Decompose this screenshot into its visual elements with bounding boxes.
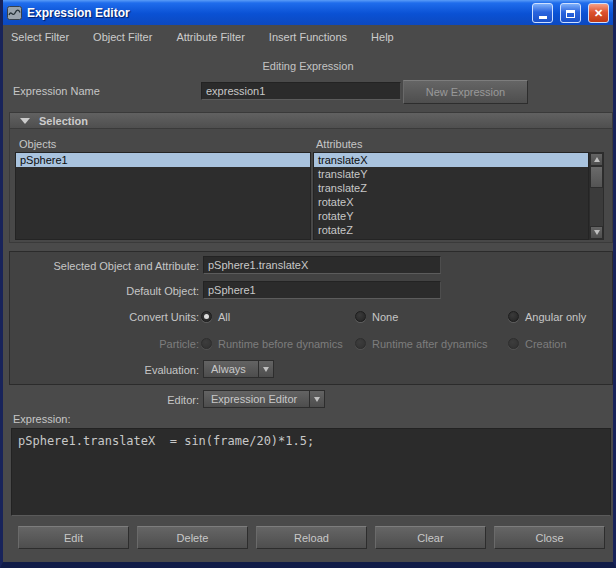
attributes-list-item[interactable]: rotateX [314, 195, 588, 209]
expression-editor-window: Expression Editor ✕ Select Filter Object… [0, 0, 616, 568]
objects-list-item[interactable]: pSphere1 [16, 153, 310, 167]
expression-label: Expression: [13, 413, 70, 425]
chevron-down-icon [314, 397, 320, 402]
window-title: Expression Editor [27, 6, 525, 20]
titlebar[interactable]: Expression Editor ✕ [3, 0, 613, 25]
menubar: Select Filter Object Filter Attribute Fi… [3, 25, 613, 48]
close-window-button[interactable]: ✕ [588, 3, 609, 23]
convert-units-none-radio[interactable]: None [355, 310, 398, 323]
attributes-list-item[interactable]: translateX [314, 153, 588, 167]
objects-list[interactable]: pSphere1 [15, 152, 311, 240]
chevron-down-icon [263, 367, 269, 372]
expression-name-input[interactable] [201, 82, 401, 100]
attributes-list-item[interactable]: translateY [314, 167, 588, 181]
radio-label: Runtime after dynamics [372, 338, 488, 350]
radio-icon [508, 338, 519, 349]
new-expression-button[interactable]: New Expression [403, 80, 528, 104]
minimize-button[interactable] [532, 3, 553, 23]
expression-editor-app-icon [7, 6, 22, 20]
minimize-icon [539, 16, 547, 19]
scroll-down-icon [594, 230, 600, 235]
convert-units-all-radio[interactable]: All [201, 310, 230, 323]
dropdown-arrow-button[interactable] [309, 390, 325, 408]
menu-attribute-filter[interactable]: Attribute Filter [176, 31, 244, 43]
editor-dropdown-value: Expression Editor [203, 390, 309, 408]
collapse-triangle-icon [20, 118, 30, 124]
default-object-label: Default Object: [3, 285, 199, 297]
close-button[interactable]: Close [494, 526, 605, 549]
editor-label: Editor: [3, 394, 199, 406]
selection-frame-title: Selection [39, 115, 88, 127]
selection-frame-header[interactable]: Selection [9, 112, 613, 129]
default-object-input[interactable] [203, 281, 441, 299]
radio-label: Creation [525, 338, 567, 350]
selected-object-attribute-input[interactable] [203, 256, 441, 274]
expression-textarea[interactable]: pSphere1.translateX = sin(frame/20)*1.5; [11, 428, 611, 516]
expression-code: pSphere1.translateX = sin(frame/20)*1.5; [18, 434, 604, 448]
radio-label: All [218, 311, 230, 323]
delete-button[interactable]: Delete [137, 526, 248, 549]
editing-expression-heading: Editing Expression [3, 60, 613, 72]
particle-creation-radio: Creation [508, 337, 567, 350]
attributes-scrollbar[interactable] [589, 152, 604, 240]
evaluation-dropdown[interactable]: Always [203, 360, 274, 378]
scroll-up-button[interactable] [590, 153, 603, 166]
objects-label: Objects [19, 138, 56, 150]
attributes-list-item[interactable]: rotateZ [314, 223, 588, 237]
attributes-label: Attributes [316, 138, 362, 150]
expression-name-label: Expression Name [13, 85, 100, 97]
attributes-list[interactable]: translateX translateY translateZ rotateX… [313, 152, 589, 240]
radio-icon [508, 311, 519, 322]
particle-label: Particle: [3, 338, 199, 350]
editor-dropdown[interactable]: Expression Editor [203, 390, 325, 408]
menu-object-filter[interactable]: Object Filter [93, 31, 152, 43]
maximize-icon [566, 10, 575, 18]
radio-label: Angular only [525, 311, 586, 323]
convert-units-label: Convert Units: [3, 311, 199, 323]
radio-label: None [372, 311, 398, 323]
menu-help[interactable]: Help [371, 31, 394, 43]
attributes-list-item[interactable]: translateZ [314, 181, 588, 195]
scroll-up-icon [594, 157, 600, 162]
clear-button[interactable]: Clear [375, 526, 486, 549]
menu-insert-functions[interactable]: Insert Functions [269, 31, 347, 43]
radio-icon [355, 311, 366, 322]
reload-button[interactable]: Reload [256, 526, 367, 549]
edit-button[interactable]: Edit [18, 526, 129, 549]
radio-icon [355, 338, 366, 349]
dropdown-arrow-button[interactable] [258, 360, 274, 378]
attributes-list-item[interactable]: rotateY [314, 209, 588, 223]
evaluation-label: Evaluation: [3, 364, 199, 376]
scrollbar-thumb[interactable] [590, 166, 603, 188]
radio-label: Runtime before dynamics [218, 338, 343, 350]
scroll-down-button[interactable] [590, 226, 603, 239]
selected-object-attribute-label: Selected Object and Attribute: [3, 260, 199, 272]
radio-icon [201, 338, 212, 349]
particle-runtime-after-dynamics-radio: Runtime after dynamics [355, 337, 488, 350]
convert-units-angular-only-radio[interactable]: Angular only [508, 310, 586, 323]
close-icon: ✕ [594, 4, 603, 22]
menu-select-filter[interactable]: Select Filter [11, 31, 69, 43]
evaluation-dropdown-value: Always [203, 360, 258, 378]
particle-runtime-before-dynamics-radio: Runtime before dynamics [201, 337, 343, 350]
maximize-button[interactable] [560, 3, 581, 23]
radio-selected-icon [201, 311, 212, 322]
